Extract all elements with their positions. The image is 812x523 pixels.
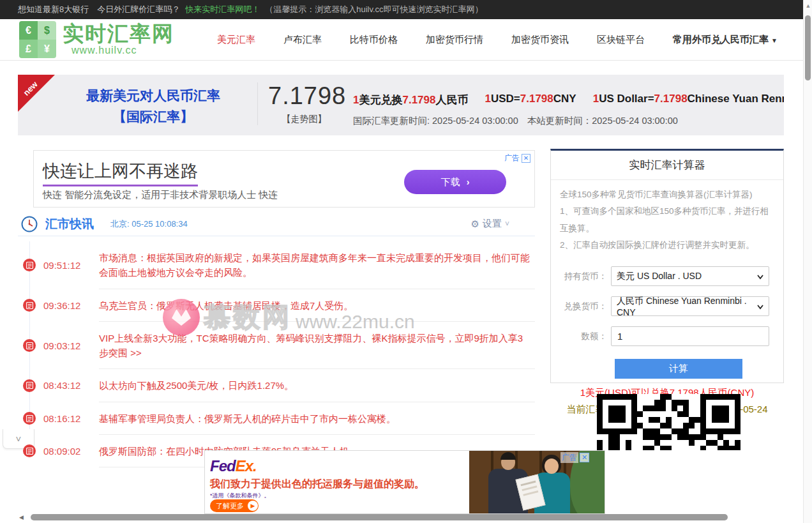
news-list: 09:51:12 市场消息：根据英国政府的新规定，如果英国房屋建筑商多年来一直未… [18,241,535,467]
news-item[interactable]: 08:16:12 基辅军事管理局负责人：俄罗斯无人机的碎片击中了市内一栋公寓楼。 [18,402,535,435]
site-update-time: 本站更新时间：2025-05-24 03:00:00 [527,115,678,127]
ad-close-icon[interactable]: ✕ [580,453,589,462]
news-item[interactable]: 09:03:12 VIP上线全新3大功能，TC策略明确方向、筹码峰识别支撑阻力、… [18,322,535,370]
ad-download-label: 下载 [441,176,460,188]
conversion-statement: 1US Dollar=7.1798Chinese Yuan Renminbi [593,93,784,107]
scroll-left-arrow-icon[interactable]: ◀ [19,514,24,520]
rate-title-line2: 【国际汇率】 [57,107,249,128]
amount-label: 数额： [551,331,607,342]
nav-item-6[interactable]: 区块链平台 [597,34,647,46]
learn-more-label: 了解更多 [216,501,244,511]
announcement-tip: （温馨提示：浏览器输入huilv.cc即可快速浏览实时汇率网） [265,4,483,15]
rate-calculator-panel: 实时汇率计算器 全球150多种常见货币汇率查询换算器(汇率计算器)1、可查询多个… [550,149,784,383]
clock-icon [21,216,38,232]
calculator-description: 全球150多种常见货币汇率查询换算器(汇率计算器)1、可查询多个国家和地区150… [551,180,783,256]
horizontal-scrollbar-thumb[interactable] [31,514,728,520]
ad-download-button[interactable]: 下载 › [404,170,506,194]
chevron-down-icon: ˅ [505,220,509,229]
chevron-down-icon: ▼ [771,37,778,44]
pound-symbol: £ [19,40,38,58]
hold-currency-value: 美元 US Dollar . USD [617,271,702,282]
update-times: 国际汇率更新时间: 2025-05-24 03:00:00 本站更新时间：202… [353,115,784,127]
rate-banner: new 最新美元对人民币汇率 【国际汇率】 7.1798 【走势图】 1美元兑换… [18,75,784,135]
news-settings-button[interactable]: ⚙ 设置 ˅ [471,218,509,230]
nav-item-7[interactable]: 常用外币兑人民币汇率▼ [673,34,778,46]
news-flash-section: 汇市快讯 北京: 05-25 10:08:34 ⚙ 设置 ˅ 09:51:12 … [18,212,535,450]
calculate-button[interactable]: 计算 [615,359,742,379]
usd-cny-rate-value: 7.1798 [268,82,340,110]
trend-chart-link[interactable]: 【走势图】 [268,114,340,125]
announcement-bar: 想知道最新8大银行 今日外汇牌价汇率吗？ 快来实时汇率网吧！ （温馨提示：浏览器… [0,0,803,19]
chevron-down-icon [756,273,764,280]
newspaper-icon [23,259,36,271]
hold-currency-select[interactable]: 美元 US Dollar . USD [611,266,769,286]
announcement-highlight-link[interactable]: 快来实时汇率网吧！ [185,4,260,15]
site-url: www.huilv.cc [63,45,174,56]
calculator-title: 实时汇率计算器 [551,151,783,180]
top-ad-banner[interactable]: 广告 ✕ 快连让上网不再迷路 快连 智能分流免设定，适用于非技术背景职场人士 快… [33,150,535,208]
news-item[interactable]: 09:51:12 市场消息：根据英国政府的新规定，如果英国房屋建筑商多年来一直未… [18,241,535,289]
news-text[interactable]: 基辅军事管理局负责人：俄罗斯无人机的碎片击中了市内一栋公寓楼。 [99,411,535,426]
conversion-statement: 1USD=7.1798CNY [485,93,576,107]
bottom-ad-headline: 我们致力于提供出色的托运服务与超值的奖励。 [210,478,425,491]
news-time: 09:36:12 [43,300,99,311]
qr-code [597,394,741,450]
announcement-text: 想知道最新8大银行 今日外汇牌价汇率吗？ [18,4,180,15]
nav-item-5[interactable]: 加密货币资讯 [511,34,571,46]
target-currency-select[interactable]: 人民币 Chinese Yuan Renminbi . CNY [611,296,769,316]
rate-title-line1: 最新美元对人民币汇率 [57,86,249,107]
currency-grid-icon: € $ £ ¥ [19,21,56,58]
euro-symbol: € [19,21,38,40]
news-text[interactable]: VIP上线全新3大功能，TC策略明确方向、筹码峰识别支撑阻力、裸K指标提示信号，… [99,331,535,361]
news-text[interactable]: 乌克兰官员：俄罗斯无人机袭击基辅居民楼，造成7人受伤。 [99,298,535,313]
vertical-scrollbar[interactable]: ▲ [803,0,812,523]
news-time: 08:16:12 [43,413,99,424]
target-currency-value: 人民币 Chinese Yuan Renminbi . CNY [617,296,763,317]
arrow-right-icon: › [467,177,470,187]
ad-badge: 广告 [504,153,520,163]
rate-banner-title: 最新美元对人民币汇率 【国际汇率】 [57,86,249,127]
amount-input[interactable] [611,326,769,346]
news-item[interactable]: 08:43:12 以太坊向下触及2500美元/枚，日内跌1.27%。 [18,369,535,402]
news-item[interactable]: 09:36:12 乌克兰官员：俄罗斯无人机袭击基辅居民楼，造成7人受伤。 [18,289,535,322]
bottom-ad-banner[interactable]: 广告 ✕ FedEx. 我们致力于提供出色的托运服务与超值的奖励。 *适用《条款… [204,450,605,514]
hold-currency-label: 持有货币： [551,271,607,282]
fedex-logo: FedEx. [210,457,257,475]
nav-item-1[interactable]: 美元汇率 [217,34,258,46]
learn-more-button[interactable]: 了解更多 ▶ [210,499,259,512]
vertical-scrollbar-thumb[interactable] [805,15,811,80]
chevron-down-icon: ˅ [16,434,22,444]
news-text[interactable]: 市场消息：根据英国政府的新规定，如果英国房屋建筑商多年来一直未完成重要的开发项目… [99,250,535,280]
newspaper-icon [23,412,36,425]
settings-label: 设置 [483,218,502,230]
yen-symbol: ¥ [38,40,56,58]
news-section-title: 汇市快讯 [45,216,94,232]
nav-item-4[interactable]: 加密货币行情 [426,34,486,46]
site-title: 实时汇率网 [63,23,174,45]
news-text[interactable]: 以太坊向下触及2500美元/枚，日内跌1.27%。 [99,378,535,393]
scroll-up-arrow-icon[interactable]: ▲ [805,3,811,9]
news-time: 09:03:12 [43,340,99,351]
target-currency-label: 兑换货币： [551,301,607,312]
ad-badge: 广告 [560,452,578,463]
ad-close-icon[interactable]: ✕ [522,154,530,163]
news-time: 08:43:12 [43,380,99,391]
chevron-down-icon [756,303,764,310]
site-logo[interactable]: € $ £ ¥ 实时汇率网 www.huilv.cc [19,21,174,58]
newspaper-icon [23,299,36,312]
news-header: 汇市快讯 北京: 05-25 10:08:34 ⚙ 设置 ˅ [18,212,535,236]
ad-headline[interactable]: 快连让上网不再迷路 [43,160,198,186]
conversion-row: 1美元兑换7.1798人民币1USD=7.1798CNY1US Dollar=7… [353,93,784,107]
news-time: 09:51:12 [43,260,99,271]
main-navigation: 美元汇率卢布汇率比特币价格加密货币行情加密货币资讯区块链平台常用外币兑人民币汇率… [217,34,778,46]
beijing-time: 北京: 05-25 10:08:34 [110,218,188,230]
nav-item-2[interactable]: 卢布汇率 [283,34,324,46]
dollar-symbol: $ [38,21,56,40]
conversion-statement: 1美元兑换7.1798人民币 [353,93,468,107]
news-time: 08:09:02 [43,446,99,457]
newspaper-icon [23,379,36,392]
newspaper-icon [23,444,36,457]
ad-subline: 快连 智能分流免设定，适用于非技术背景职场人士 快连 [43,189,278,201]
nav-item-3[interactable]: 比特币价格 [350,34,400,46]
site-header: € $ £ ¥ 实时汇率网 www.huilv.cc 美元汇率卢布汇率比特币价格… [0,19,803,61]
